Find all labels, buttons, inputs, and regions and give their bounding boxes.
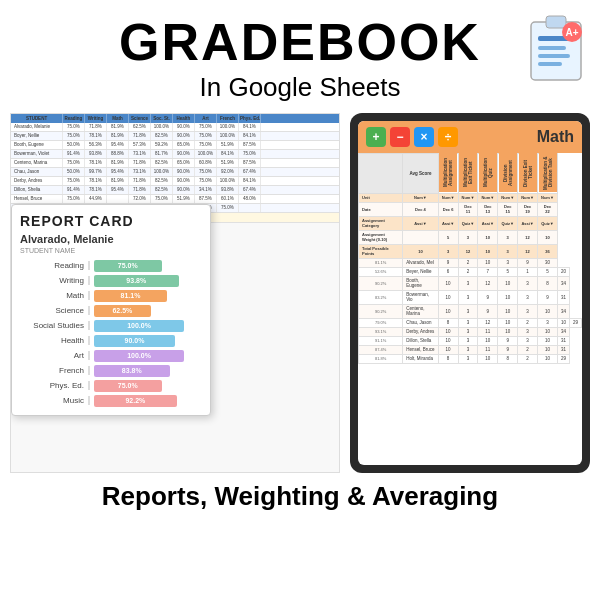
- table-cell: 100.0%: [217, 123, 239, 131]
- table-cell: 90.2%: [359, 304, 403, 318]
- table-cell: 31: [557, 345, 569, 354]
- divide-button[interactable]: ÷: [438, 127, 458, 147]
- table-cell: 10: [438, 327, 458, 336]
- subject-name: French: [20, 366, 90, 375]
- table-cell: 100.0%: [151, 168, 173, 176]
- list-item: Phys. Ed.75.0%: [20, 380, 202, 392]
- table-row: Chau, Jason50.0%99.7%95.4%73.1%100.0%90.…: [11, 168, 339, 177]
- math-table-wrapper[interactable]: Avg ScoreMultiplication AssignmentMultip…: [358, 153, 582, 364]
- table-row: Dillon, Shelia91.4%78.1%95.4%71.8%82.5%9…: [11, 186, 339, 195]
- ss-col-health: Health: [173, 114, 195, 123]
- table-cell: 92.0%: [217, 168, 239, 176]
- table-cell: 5: [438, 230, 458, 244]
- table-cell: 91.4%: [63, 186, 85, 194]
- report-card-overlay: REPORT CARD Alvarado, Melanie STUDENT NA…: [11, 204, 211, 416]
- table-cell: Quiz▼: [498, 216, 518, 230]
- table-cell: Dec 13: [478, 202, 498, 216]
- table-cell: 8: [538, 276, 558, 290]
- table-row: 83.2%Bowerman, Vio1039103931: [359, 290, 582, 304]
- table-cell: Quiz▼: [458, 216, 478, 230]
- table-row: 87.4%Hensel, Bruce10311921031: [359, 345, 582, 354]
- table-cell: 90.0%: [173, 150, 195, 158]
- table-cell: Beyer, Nellie: [403, 267, 439, 276]
- multiply-button[interactable]: ×: [414, 127, 434, 147]
- table-cell: 88.8%: [107, 150, 129, 158]
- table-cell: 57.3%: [129, 141, 151, 149]
- table-cell: 99.7%: [85, 168, 107, 176]
- table-row: Centeno, Marina75.0%78.1%81.9%71.8%82.5%…: [11, 159, 339, 168]
- grade-bar: 83.8%: [94, 365, 170, 377]
- table-cell: 90.0%: [173, 177, 195, 185]
- ss-col-art: Art: [195, 114, 217, 123]
- table-cell: 75.0%: [217, 204, 239, 212]
- table-cell: 82.5%: [151, 132, 173, 140]
- table-cell: 59.2%: [151, 141, 173, 149]
- table-cell: 10: [438, 345, 458, 354]
- table-cell: 10: [403, 244, 439, 258]
- table-row: Bowerman, Violet91.4%93.8%88.8%73.1%81.7…: [11, 150, 339, 159]
- table-cell: 5: [498, 267, 518, 276]
- table-cell: Num▼: [403, 193, 439, 202]
- subject-name: Social Studies: [20, 321, 90, 330]
- ss-col-science: Science: [129, 114, 151, 123]
- table-cell: 71.8%: [129, 132, 151, 140]
- table-cell: 34: [557, 276, 569, 290]
- table-cell: 3: [538, 318, 558, 327]
- table-cell: 75.0%: [239, 150, 261, 158]
- table-cell: 81.8%: [359, 354, 403, 363]
- math-data-table: Avg ScoreMultiplication AssignmentMultip…: [358, 153, 582, 364]
- ss-col-math: Math: [107, 114, 129, 123]
- table-cell: 75.0%: [195, 141, 217, 149]
- table-cell: 73.1%: [129, 150, 151, 158]
- table-cell: 91.4%: [63, 150, 85, 158]
- ss-col-phys: Phys. Ed.: [239, 114, 261, 123]
- table-cell: 71.8%: [129, 177, 151, 185]
- subject-name: Health: [20, 336, 90, 345]
- table-cell: 3: [458, 345, 478, 354]
- table-cell: 9: [478, 290, 498, 304]
- table-cell: 36: [538, 244, 558, 258]
- table-cell: 60.8%: [195, 159, 217, 167]
- table-cell: 87.5%: [195, 195, 217, 203]
- table-cell: 9: [498, 345, 518, 354]
- table-cell: Chau, Jason: [11, 168, 63, 176]
- table-row: 91.1%Dillon, Stella10310931031: [359, 336, 582, 345]
- table-row: Hensel, Bruce75.0%44.9%72.0%75.0%51.9%87…: [11, 195, 339, 204]
- table-cell: Date: [359, 202, 403, 216]
- table-row: Booth, Eugene50.0%56.3%95.4%57.3%59.2%65…: [11, 141, 339, 150]
- table-cell: 71.8%: [85, 123, 107, 131]
- table-cell: 10: [478, 244, 498, 258]
- table-cell: 65.0%: [173, 141, 195, 149]
- table-cell: 12: [458, 244, 478, 258]
- table-cell: 34: [557, 327, 569, 336]
- table-cell: 5: [538, 267, 558, 276]
- table-cell: 10: [557, 318, 569, 327]
- table-cell: Quiz▼: [538, 216, 558, 230]
- table-cell: 65.0%: [173, 159, 195, 167]
- table-cell: 2: [458, 267, 478, 276]
- list-item: Art100.0%: [20, 350, 202, 362]
- table-cell: Unit: [359, 193, 403, 202]
- table-cell: 10: [538, 327, 558, 336]
- table-cell: 81.9%: [107, 123, 129, 131]
- table-cell: 62.5%: [129, 123, 151, 131]
- table-cell: 60.1%: [217, 195, 239, 203]
- table-cell: 3: [518, 290, 538, 304]
- table-cell: 81.9%: [107, 132, 129, 140]
- table-cell: Holt, Miranda: [403, 354, 439, 363]
- table-cell: 78.1%: [85, 159, 107, 167]
- table-row: Alvarado, Melanie75.0%71.8%81.9%62.5%100…: [11, 123, 339, 132]
- table-cell: 10: [478, 230, 498, 244]
- table-cell: Alvarado, Melanie: [11, 123, 63, 131]
- plus-button[interactable]: +: [366, 127, 386, 147]
- grade-bar: 92.2%: [94, 395, 177, 407]
- table-cell: 75.0%: [63, 132, 85, 140]
- table-cell: 95.4%: [107, 168, 129, 176]
- table-cell: [239, 204, 261, 212]
- table-cell: 12: [518, 230, 538, 244]
- table-cell: Num▼: [438, 193, 458, 202]
- minus-button[interactable]: −: [390, 127, 410, 147]
- table-cell: 44.9%: [85, 195, 107, 203]
- table-cell: 10: [538, 336, 558, 345]
- table-cell: 8: [438, 318, 458, 327]
